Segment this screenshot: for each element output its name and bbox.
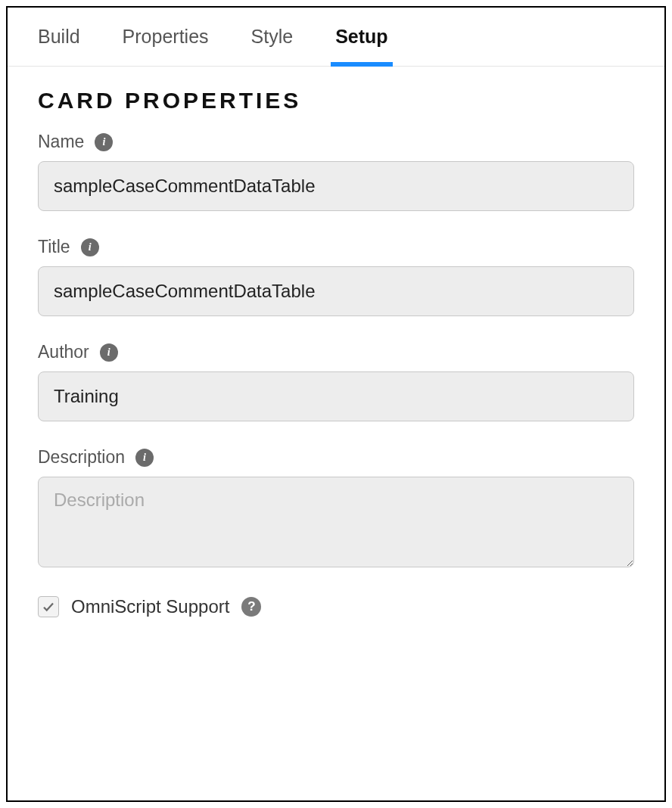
description-label: Description [38, 447, 125, 468]
tab-build[interactable]: Build [38, 26, 80, 66]
name-input[interactable] [38, 161, 634, 211]
setup-content: CARD PROPERTIES Name i Title i Author i [8, 67, 664, 639]
info-icon[interactable]: i [95, 133, 113, 151]
author-label: Author [38, 342, 89, 362]
title-label: Title [38, 237, 70, 257]
field-author: Author i [38, 342, 634, 421]
tab-style[interactable]: Style [251, 26, 294, 66]
tab-properties[interactable]: Properties [123, 26, 209, 66]
tab-bar: Build Properties Style Setup [8, 8, 664, 67]
field-description: Description i [38, 447, 634, 570]
help-icon[interactable]: ? [241, 597, 261, 617]
section-title: CARD PROPERTIES [38, 88, 634, 113]
check-icon [42, 600, 55, 614]
name-label: Name [38, 132, 84, 152]
title-input[interactable] [38, 266, 634, 316]
description-input[interactable] [38, 477, 634, 567]
author-input[interactable] [38, 371, 634, 421]
field-title: Title i [38, 237, 634, 316]
field-name: Name i [38, 132, 634, 211]
omniscript-row: OmniScript Support ? [38, 596, 634, 617]
info-icon[interactable]: i [135, 449, 154, 467]
omniscript-label: OmniScript Support [71, 596, 229, 617]
properties-panel: Build Properties Style Setup CARD PROPER… [6, 6, 666, 802]
tab-setup[interactable]: Setup [335, 26, 387, 66]
info-icon[interactable]: i [100, 343, 118, 362]
info-icon[interactable]: i [81, 238, 99, 256]
omniscript-checkbox[interactable] [38, 596, 59, 617]
